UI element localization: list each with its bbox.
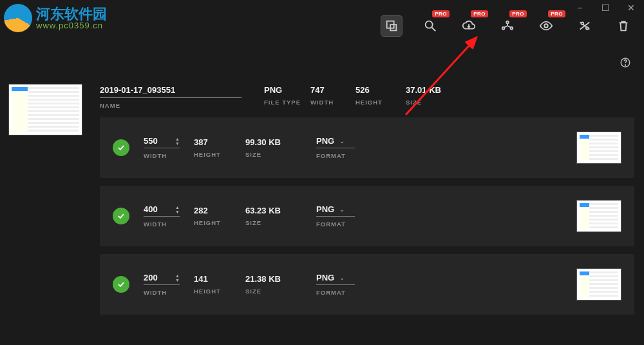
chevron-up-icon[interactable]: ▲ (175, 137, 180, 141)
check-icon[interactable] (113, 276, 129, 293)
file-height-value: 526 (355, 85, 399, 95)
format-label: FORMAT (316, 221, 374, 228)
file-size-label: SIZE (406, 99, 464, 106)
svg-point-2 (426, 21, 433, 28)
file-type-value: PNG (264, 85, 304, 95)
output-row: 550▲▼ WIDTH 387HEIGHT 99.30 KBSIZE PNG⌄F… (100, 117, 634, 178)
file-name-input[interactable]: 2019-01-17_093551 (100, 85, 242, 98)
size-label: SIZE (245, 288, 316, 295)
output-thumbnail[interactable] (576, 132, 621, 164)
svg-point-4 (506, 21, 509, 24)
delete-tool[interactable] (613, 15, 634, 36)
svg-point-11 (625, 64, 626, 65)
pro-badge: PRO (432, 10, 450, 17)
height-label: HEIGHT (194, 151, 245, 158)
width-label: WIDTH (144, 289, 194, 296)
settings-tool[interactable] (574, 15, 595, 36)
chevron-down-icon[interactable]: ▼ (175, 141, 180, 146)
size-label: SIZE (245, 219, 316, 226)
height-value: 282 (194, 206, 245, 215)
width-label: WIDTH (144, 152, 194, 159)
svg-point-7 (544, 24, 548, 28)
file-width-value: 747 (310, 85, 349, 95)
size-value: 63.23 KB (245, 206, 316, 215)
svg-point-9 (586, 27, 589, 30)
chevron-up-icon[interactable]: ▲ (175, 273, 180, 278)
chevron-down-icon: ⌄ (339, 274, 345, 281)
file-type-label: FILE TYPE (264, 99, 304, 106)
cloud-tool[interactable]: PRO (459, 15, 479, 36)
resize-tool[interactable] (381, 15, 402, 36)
pro-badge: PRO (548, 10, 565, 17)
format-select[interactable]: PNG⌄ (316, 273, 355, 285)
svg-line-3 (432, 28, 436, 32)
chevron-up-icon[interactable]: ▲ (175, 205, 180, 210)
output-rows: 550▲▼ WIDTH 387HEIGHT 99.30 KBSIZE PNG⌄F… (100, 117, 634, 315)
check-icon[interactable] (113, 208, 129, 224)
search-tool[interactable]: PRO (420, 15, 440, 36)
format-label: FORMAT (316, 289, 374, 296)
width-stepper[interactable]: 200▲▼ (144, 273, 180, 285)
chevron-down-icon[interactable]: ▼ (175, 210, 180, 214)
height-label: HEIGHT (194, 288, 245, 295)
svg-point-8 (582, 23, 584, 25)
pro-badge: PRO (509, 10, 527, 17)
size-value: 21.38 KB (245, 274, 316, 284)
pro-badge: PRO (471, 10, 488, 17)
width-stepper[interactable]: 550▲▼ (144, 136, 180, 148)
width-label: WIDTH (144, 221, 194, 228)
output-thumbnail[interactable] (576, 200, 621, 232)
output-row: 400▲▼ WIDTH 282HEIGHT 63.23 KBSIZE PNG⌄F… (100, 186, 634, 246)
height-label: HEIGHT (194, 219, 245, 226)
file-header: 2019-01-17_093551 NAME PNG FILE TYPE 747… (100, 85, 634, 111)
file-width-label: WIDTH (310, 99, 349, 106)
preview-tool[interactable]: PRO (536, 15, 556, 36)
share-tool[interactable]: PRO (497, 15, 518, 36)
file-size-value: 37.01 KB (406, 85, 464, 95)
format-select[interactable]: PNG⌄ (316, 204, 355, 217)
source-thumbnail[interactable] (8, 84, 82, 135)
check-icon[interactable] (113, 139, 129, 156)
chevron-down-icon[interactable]: ▼ (175, 278, 180, 282)
help-button[interactable] (620, 57, 631, 71)
chevron-down-icon: ⌄ (339, 137, 345, 144)
file-height-label: HEIGHT (355, 99, 399, 106)
output-thumbnail[interactable] (576, 268, 621, 301)
height-value: 387 (194, 137, 245, 147)
width-stepper[interactable]: 400▲▼ (144, 204, 180, 217)
format-label: FORMAT (316, 152, 374, 159)
height-value: 141 (194, 274, 245, 284)
chevron-down-icon: ⌄ (339, 206, 345, 213)
size-label: SIZE (245, 151, 316, 158)
file-name-label: NAME (100, 102, 258, 109)
toolbar: PRO PRO PRO PRO (6, 10, 638, 42)
format-select[interactable]: PNG⌄ (316, 136, 355, 148)
output-row: 200▲▼ WIDTH 141HEIGHT 21.38 KBSIZE PNG⌄F… (100, 254, 634, 315)
size-value: 99.30 KB (245, 137, 316, 147)
